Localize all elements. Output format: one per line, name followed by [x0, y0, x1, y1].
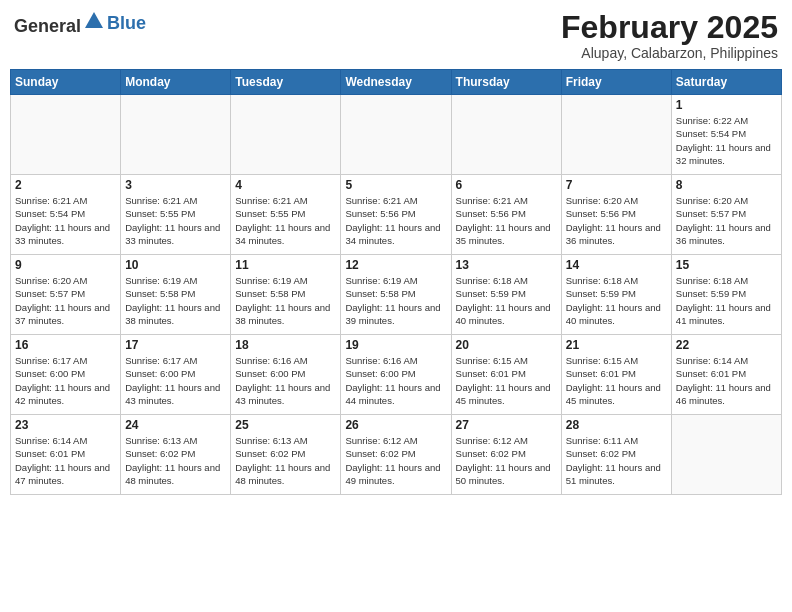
calendar-day-cell: 24Sunrise: 6:13 AM Sunset: 6:02 PM Dayli…: [121, 415, 231, 495]
day-number: 23: [15, 418, 116, 432]
day-info: Sunrise: 6:12 AM Sunset: 6:02 PM Dayligh…: [456, 434, 557, 487]
logo-blue: Blue: [107, 13, 146, 34]
day-number: 1: [676, 98, 777, 112]
day-info: Sunrise: 6:19 AM Sunset: 5:58 PM Dayligh…: [235, 274, 336, 327]
calendar-day-cell: [671, 415, 781, 495]
logo-icon: [83, 10, 105, 32]
day-number: 13: [456, 258, 557, 272]
calendar-day-cell: 15Sunrise: 6:18 AM Sunset: 5:59 PM Dayli…: [671, 255, 781, 335]
calendar-day-cell: 22Sunrise: 6:14 AM Sunset: 6:01 PM Dayli…: [671, 335, 781, 415]
weekday-header-thursday: Thursday: [451, 70, 561, 95]
day-info: Sunrise: 6:21 AM Sunset: 5:55 PM Dayligh…: [125, 194, 226, 247]
calendar-day-cell: 5Sunrise: 6:21 AM Sunset: 5:56 PM Daylig…: [341, 175, 451, 255]
weekday-header-row: SundayMondayTuesdayWednesdayThursdayFrid…: [11, 70, 782, 95]
calendar-day-cell: 26Sunrise: 6:12 AM Sunset: 6:02 PM Dayli…: [341, 415, 451, 495]
day-number: 17: [125, 338, 226, 352]
day-number: 4: [235, 178, 336, 192]
weekday-header-sunday: Sunday: [11, 70, 121, 95]
calendar-week-row: 9Sunrise: 6:20 AM Sunset: 5:57 PM Daylig…: [11, 255, 782, 335]
calendar-day-cell: [121, 95, 231, 175]
calendar-day-cell: 18Sunrise: 6:16 AM Sunset: 6:00 PM Dayli…: [231, 335, 341, 415]
calendar-day-cell: [11, 95, 121, 175]
day-number: 26: [345, 418, 446, 432]
calendar-day-cell: 19Sunrise: 6:16 AM Sunset: 6:00 PM Dayli…: [341, 335, 451, 415]
day-number: 20: [456, 338, 557, 352]
day-info: Sunrise: 6:21 AM Sunset: 5:56 PM Dayligh…: [456, 194, 557, 247]
calendar-day-cell: 1Sunrise: 6:22 AM Sunset: 5:54 PM Daylig…: [671, 95, 781, 175]
svg-marker-0: [85, 12, 103, 28]
day-info: Sunrise: 6:14 AM Sunset: 6:01 PM Dayligh…: [15, 434, 116, 487]
calendar-day-cell: 28Sunrise: 6:11 AM Sunset: 6:02 PM Dayli…: [561, 415, 671, 495]
calendar-day-cell: 7Sunrise: 6:20 AM Sunset: 5:56 PM Daylig…: [561, 175, 671, 255]
calendar-day-cell: 4Sunrise: 6:21 AM Sunset: 5:55 PM Daylig…: [231, 175, 341, 255]
day-info: Sunrise: 6:14 AM Sunset: 6:01 PM Dayligh…: [676, 354, 777, 407]
month-title: February 2025: [561, 10, 778, 45]
calendar-day-cell: 21Sunrise: 6:15 AM Sunset: 6:01 PM Dayli…: [561, 335, 671, 415]
calendar-day-cell: 11Sunrise: 6:19 AM Sunset: 5:58 PM Dayli…: [231, 255, 341, 335]
day-info: Sunrise: 6:16 AM Sunset: 6:00 PM Dayligh…: [345, 354, 446, 407]
weekday-header-saturday: Saturday: [671, 70, 781, 95]
calendar-day-cell: 20Sunrise: 6:15 AM Sunset: 6:01 PM Dayli…: [451, 335, 561, 415]
day-info: Sunrise: 6:19 AM Sunset: 5:58 PM Dayligh…: [125, 274, 226, 327]
day-number: 5: [345, 178, 446, 192]
day-number: 8: [676, 178, 777, 192]
weekday-header-tuesday: Tuesday: [231, 70, 341, 95]
day-info: Sunrise: 6:17 AM Sunset: 6:00 PM Dayligh…: [15, 354, 116, 407]
day-number: 12: [345, 258, 446, 272]
day-number: 9: [15, 258, 116, 272]
day-info: Sunrise: 6:13 AM Sunset: 6:02 PM Dayligh…: [235, 434, 336, 487]
calendar-week-row: 16Sunrise: 6:17 AM Sunset: 6:00 PM Dayli…: [11, 335, 782, 415]
day-number: 27: [456, 418, 557, 432]
calendar-day-cell: 6Sunrise: 6:21 AM Sunset: 5:56 PM Daylig…: [451, 175, 561, 255]
calendar-day-cell: 23Sunrise: 6:14 AM Sunset: 6:01 PM Dayli…: [11, 415, 121, 495]
calendar-day-cell: 3Sunrise: 6:21 AM Sunset: 5:55 PM Daylig…: [121, 175, 231, 255]
day-number: 6: [456, 178, 557, 192]
day-info: Sunrise: 6:19 AM Sunset: 5:58 PM Dayligh…: [345, 274, 446, 327]
day-info: Sunrise: 6:13 AM Sunset: 6:02 PM Dayligh…: [125, 434, 226, 487]
calendar-day-cell: 27Sunrise: 6:12 AM Sunset: 6:02 PM Dayli…: [451, 415, 561, 495]
calendar-day-cell: 9Sunrise: 6:20 AM Sunset: 5:57 PM Daylig…: [11, 255, 121, 335]
logo: General Blue: [14, 10, 146, 37]
weekday-header-wednesday: Wednesday: [341, 70, 451, 95]
calendar-week-row: 1Sunrise: 6:22 AM Sunset: 5:54 PM Daylig…: [11, 95, 782, 175]
calendar-day-cell: [341, 95, 451, 175]
day-number: 11: [235, 258, 336, 272]
day-number: 10: [125, 258, 226, 272]
day-number: 28: [566, 418, 667, 432]
weekday-header-monday: Monday: [121, 70, 231, 95]
calendar-day-cell: 12Sunrise: 6:19 AM Sunset: 5:58 PM Dayli…: [341, 255, 451, 335]
day-info: Sunrise: 6:18 AM Sunset: 5:59 PM Dayligh…: [676, 274, 777, 327]
calendar-day-cell: 2Sunrise: 6:21 AM Sunset: 5:54 PM Daylig…: [11, 175, 121, 255]
calendar-day-cell: [231, 95, 341, 175]
day-number: 22: [676, 338, 777, 352]
day-info: Sunrise: 6:15 AM Sunset: 6:01 PM Dayligh…: [456, 354, 557, 407]
logo-general: General: [14, 16, 81, 36]
calendar-week-row: 23Sunrise: 6:14 AM Sunset: 6:01 PM Dayli…: [11, 415, 782, 495]
day-number: 14: [566, 258, 667, 272]
calendar-day-cell: [451, 95, 561, 175]
day-number: 7: [566, 178, 667, 192]
calendar-table: SundayMondayTuesdayWednesdayThursdayFrid…: [10, 69, 782, 495]
day-number: 15: [676, 258, 777, 272]
calendar-day-cell: 17Sunrise: 6:17 AM Sunset: 6:00 PM Dayli…: [121, 335, 231, 415]
day-info: Sunrise: 6:17 AM Sunset: 6:00 PM Dayligh…: [125, 354, 226, 407]
calendar-day-cell: 13Sunrise: 6:18 AM Sunset: 5:59 PM Dayli…: [451, 255, 561, 335]
weekday-header-friday: Friday: [561, 70, 671, 95]
day-info: Sunrise: 6:18 AM Sunset: 5:59 PM Dayligh…: [456, 274, 557, 327]
calendar-week-row: 2Sunrise: 6:21 AM Sunset: 5:54 PM Daylig…: [11, 175, 782, 255]
calendar-day-cell: 25Sunrise: 6:13 AM Sunset: 6:02 PM Dayli…: [231, 415, 341, 495]
day-number: 21: [566, 338, 667, 352]
day-info: Sunrise: 6:16 AM Sunset: 6:00 PM Dayligh…: [235, 354, 336, 407]
day-info: Sunrise: 6:15 AM Sunset: 6:01 PM Dayligh…: [566, 354, 667, 407]
day-info: Sunrise: 6:21 AM Sunset: 5:55 PM Dayligh…: [235, 194, 336, 247]
day-info: Sunrise: 6:12 AM Sunset: 6:02 PM Dayligh…: [345, 434, 446, 487]
day-info: Sunrise: 6:21 AM Sunset: 5:56 PM Dayligh…: [345, 194, 446, 247]
calendar-day-cell: 16Sunrise: 6:17 AM Sunset: 6:00 PM Dayli…: [11, 335, 121, 415]
day-info: Sunrise: 6:20 AM Sunset: 5:57 PM Dayligh…: [676, 194, 777, 247]
day-info: Sunrise: 6:20 AM Sunset: 5:57 PM Dayligh…: [15, 274, 116, 327]
day-info: Sunrise: 6:18 AM Sunset: 5:59 PM Dayligh…: [566, 274, 667, 327]
day-number: 16: [15, 338, 116, 352]
day-info: Sunrise: 6:11 AM Sunset: 6:02 PM Dayligh…: [566, 434, 667, 487]
day-number: 24: [125, 418, 226, 432]
page-header: General Blue February 2025 Alupay, Calab…: [10, 10, 782, 61]
